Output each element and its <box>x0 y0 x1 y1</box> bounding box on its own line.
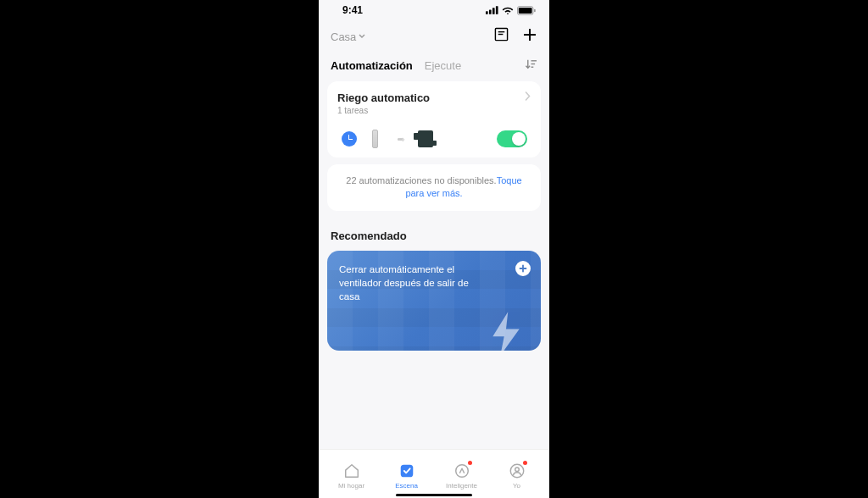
top-nav-actions <box>494 27 537 46</box>
chevron-down-icon <box>359 34 365 39</box>
tab-ejecute[interactable]: Ejecute <box>425 59 461 72</box>
tab-scene[interactable]: Escena <box>379 462 434 490</box>
tab-scene-label: Escena <box>395 482 418 490</box>
scene-icon <box>398 462 415 479</box>
signal-icon <box>486 6 498 14</box>
home-indicator <box>396 494 472 497</box>
battery-icon <box>517 6 536 15</box>
unavailable-banner[interactable]: 22 automatizaciones no disponibles.Toque… <box>327 164 541 211</box>
svg-point-21 <box>515 468 519 472</box>
add-icon[interactable] <box>522 27 537 46</box>
svg-rect-2 <box>492 8 495 14</box>
recommended-card[interactable]: Cerrar automáticamente el ventilador des… <box>327 251 541 351</box>
automation-title: Riego automatico <box>337 91 430 104</box>
card-body: •••› <box>337 130 531 147</box>
clock-icon <box>341 130 358 147</box>
status-indicators <box>486 6 536 15</box>
tab-me[interactable]: Yo <box>489 462 544 490</box>
status-time: 9:41 <box>342 4 363 16</box>
tab-smart-label: Inteligente <box>446 482 477 490</box>
tab-home-label: Mi hogar <box>338 482 364 490</box>
svg-rect-0 <box>486 11 488 14</box>
recommended-title: Recomendado <box>327 230 541 251</box>
automation-toggle[interactable] <box>497 130 527 147</box>
sensor-icon <box>366 130 383 147</box>
svg-rect-5 <box>519 7 532 13</box>
bolt-icon <box>487 310 526 351</box>
card-header: Riego automatico 1 tareas <box>337 91 531 115</box>
page-tabs: Automatización Ejecute <box>319 51 549 81</box>
tab-smart[interactable]: Inteligente <box>434 462 489 490</box>
automation-subtitle: 1 tareas <box>337 106 430 115</box>
svg-rect-6 <box>534 8 535 12</box>
recommended-text: Cerrar automáticamente el ventilador des… <box>339 263 492 303</box>
top-nav: Casa <box>319 19 549 51</box>
tab-home[interactable]: Mi hogar <box>324 462 379 490</box>
notification-dot <box>468 461 472 465</box>
automation-flow: •••› <box>341 130 434 147</box>
wifi-icon <box>502 6 514 14</box>
location-selector[interactable]: Casa <box>331 30 365 43</box>
home-icon <box>343 462 360 479</box>
sort-icon[interactable] <box>525 58 537 73</box>
tab-me-label: Yo <box>513 482 520 490</box>
profile-icon <box>509 462 526 479</box>
phone-screen: 9:41 Casa Automatización Ejecute <box>319 0 549 498</box>
banner-text: 22 automatizaciones no disponibles. <box>346 175 496 185</box>
notification-dot <box>523 461 527 465</box>
automation-card[interactable]: Riego automatico 1 tareas •••› <box>327 81 541 158</box>
bottom-tabbar: Mi hogar Escena Inteligente Yo <box>319 449 549 498</box>
svg-rect-3 <box>496 6 498 14</box>
chevron-right-icon <box>525 91 531 101</box>
location-label: Casa <box>331 30 356 43</box>
list-icon[interactable] <box>494 27 509 46</box>
smart-icon <box>453 462 470 479</box>
status-bar: 9:41 <box>319 0 549 19</box>
svg-rect-1 <box>489 10 492 14</box>
tab-automatizacion[interactable]: Automatización <box>331 59 413 72</box>
content-area: Riego automatico 1 tareas •••› 22 automa… <box>319 81 549 449</box>
svg-point-19 <box>455 465 468 478</box>
valve-icon <box>417 130 434 147</box>
arrow-icon: •••› <box>392 130 409 147</box>
recommended-add-button[interactable] <box>515 261 531 276</box>
